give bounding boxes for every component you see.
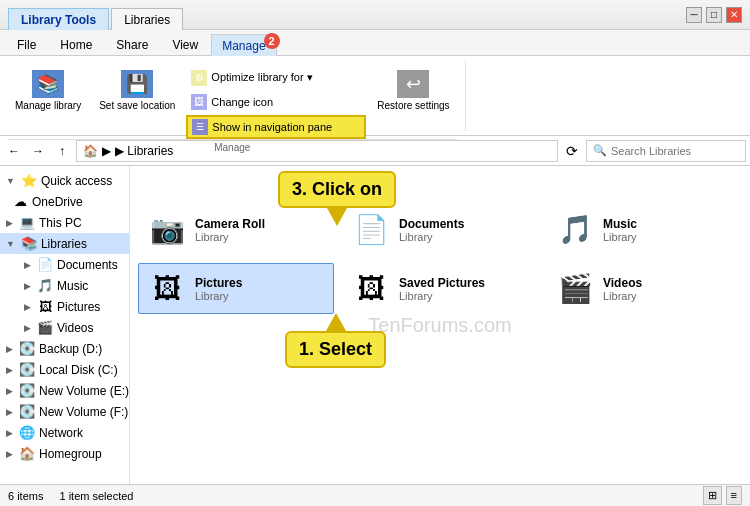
items-count: 6 items: [8, 490, 43, 502]
sidebar-item-new-volume-f[interactable]: ▶ 💽 New Volume (F:): [0, 401, 129, 422]
library-item-documents[interactable]: 📄 Documents Library: [342, 204, 538, 255]
large-icons-view-button[interactable]: ⊞: [703, 486, 722, 505]
window-controls: ─ □ ✕: [686, 7, 742, 23]
expand-icon: ▼: [6, 176, 15, 186]
manage-library-button[interactable]: 📚 Manage library: [8, 65, 88, 116]
tab-home[interactable]: Home: [49, 33, 103, 55]
tab-library-tools[interactable]: Library Tools: [8, 8, 109, 30]
saved-pictures-lib-icon: 🖼: [351, 272, 391, 305]
pictures-icon: 🖼: [37, 299, 53, 314]
manage-library-icon: 📚: [32, 70, 64, 98]
videos-icon: 🎬: [37, 320, 53, 335]
ribbon-tabs: File Home Share View Manage 2: [0, 30, 750, 56]
tab-share[interactable]: Share: [105, 33, 159, 55]
show-nav-icon: ☰: [192, 119, 208, 135]
camera-roll-icon: 📷: [147, 213, 187, 246]
volume-e-icon: 💽: [19, 383, 35, 398]
libraries-icon: 📚: [21, 236, 37, 251]
backup-icon: 💽: [19, 341, 35, 356]
ribbon-group-label: Manage: [8, 139, 457, 153]
sidebar-item-libraries[interactable]: ▼ 📚 Libraries: [0, 233, 129, 254]
sidebar-item-quick-access[interactable]: ▼ ⭐ Quick access: [0, 170, 129, 191]
library-item-camera-roll[interactable]: 📷 Camera Roll Library: [138, 204, 334, 255]
set-save-icon: 💾: [121, 70, 153, 98]
refresh-button[interactable]: ⟳: [562, 141, 582, 161]
sidebar-item-homegroup[interactable]: ▶ 🏠 Homegroup: [0, 443, 129, 464]
ribbon-content: 📚 Manage library 💾 Set save location ⚙ O…: [0, 56, 750, 136]
callout-click: 3. Click on: [278, 171, 396, 208]
search-input[interactable]: [611, 145, 739, 157]
documents-lib-icon: 📄: [351, 213, 391, 246]
search-box[interactable]: 🔍: [586, 140, 746, 162]
watermark: TenForums.com: [368, 314, 511, 337]
sidebar-item-pictures[interactable]: ▶ 🖼 Pictures: [0, 296, 129, 317]
library-grid: 📷 Camera Roll Library 📄 Documents Librar…: [138, 204, 742, 314]
optimize-library-button[interactable]: ⚙ Optimize library for ▾: [186, 67, 366, 89]
sidebar-item-documents[interactable]: ▶ 📄 Documents: [0, 254, 129, 275]
optimize-icon: ⚙: [191, 70, 207, 86]
sidebar-item-this-pc[interactable]: ▶ 💻 This PC: [0, 212, 129, 233]
sidebar: ▼ ⭐ Quick access ☁ OneDrive ▶ 💻 This PC …: [0, 166, 130, 484]
onedrive-icon: ☁: [12, 194, 28, 209]
selected-count: 1 item selected: [59, 490, 133, 502]
this-pc-icon: 💻: [19, 215, 35, 230]
close-button[interactable]: ✕: [726, 7, 742, 23]
library-item-pictures[interactable]: 🖼 Pictures Library: [138, 263, 334, 314]
title-tabs: Library Tools Libraries: [8, 0, 686, 29]
volume-f-icon: 💽: [19, 404, 35, 419]
set-save-location-button[interactable]: 💾 Set save location: [92, 65, 182, 116]
library-item-saved-pictures[interactable]: 🖼 Saved Pictures Library: [342, 263, 538, 314]
manage-badge: 2: [264, 33, 280, 49]
callout-click-arrow: [327, 208, 347, 226]
tab-libraries[interactable]: Libraries: [111, 8, 183, 30]
minimize-button[interactable]: ─: [686, 7, 702, 23]
content-area: TenForums.com 3. Click on 📷 Camera Roll …: [130, 166, 750, 484]
maximize-button[interactable]: □: [706, 7, 722, 23]
documents-icon: 📄: [37, 257, 53, 272]
ribbon-group-manage: 📚 Manage library 💾 Set save location ⚙ O…: [8, 61, 466, 131]
change-icon-icon: 🖼: [191, 94, 207, 110]
status-bar: 6 items 1 item selected ⊞ ≡: [0, 484, 750, 506]
search-icon: 🔍: [593, 144, 607, 157]
music-icon: 🎵: [37, 278, 53, 293]
sidebar-item-network[interactable]: ▶ 🌐 Network: [0, 422, 129, 443]
sidebar-item-new-volume-e[interactable]: ▶ 💽 New Volume (E:): [0, 380, 129, 401]
callout-select: 1. Select: [285, 331, 386, 368]
tab-view[interactable]: View: [161, 33, 209, 55]
sidebar-item-music[interactable]: ▶ 🎵 Music: [0, 275, 129, 296]
title-bar: Library Tools Libraries ─ □ ✕: [0, 0, 750, 30]
homegroup-icon: 🏠: [19, 446, 35, 461]
change-icon-button[interactable]: 🖼 Change icon: [186, 91, 366, 113]
main-area: ▼ ⭐ Quick access ☁ OneDrive ▶ 💻 This PC …: [0, 166, 750, 484]
library-item-music[interactable]: 🎵 Music Library: [546, 204, 742, 255]
callout-select-arrow: [326, 313, 346, 331]
tab-manage[interactable]: Manage 2: [211, 34, 276, 56]
quick-access-icon: ⭐: [21, 173, 37, 188]
sidebar-item-backup[interactable]: ▶ 💽 Backup (D:): [0, 338, 129, 359]
videos-lib-icon: 🎬: [555, 272, 595, 305]
view-buttons: ⊞ ≡: [703, 486, 742, 505]
restore-settings-button[interactable]: ↩ Restore settings: [370, 65, 456, 116]
restore-icon: ↩: [397, 70, 429, 98]
sidebar-item-onedrive[interactable]: ☁ OneDrive: [0, 191, 129, 212]
library-item-videos[interactable]: 🎬 Videos Library: [546, 263, 742, 314]
network-icon: 🌐: [19, 425, 35, 440]
sidebar-item-local-disk[interactable]: ▶ 💽 Local Disk (C:): [0, 359, 129, 380]
sidebar-item-videos[interactable]: ▶ 🎬 Videos: [0, 317, 129, 338]
tab-file[interactable]: File: [6, 33, 47, 55]
pictures-lib-icon: 🖼: [147, 272, 187, 305]
details-view-button[interactable]: ≡: [726, 486, 742, 505]
show-in-nav-button[interactable]: ☰ Show in navigation pane: [186, 115, 366, 139]
music-lib-icon: 🎵: [555, 213, 595, 246]
local-disk-icon: 💽: [19, 362, 35, 377]
